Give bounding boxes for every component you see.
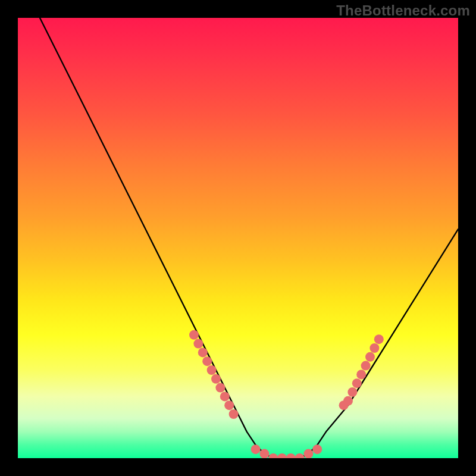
marker-dot	[211, 374, 221, 384]
bottom-marker-band-group	[251, 444, 322, 458]
marker-dot	[352, 378, 362, 388]
marker-dot	[356, 369, 366, 379]
marker-dot	[202, 356, 212, 366]
marker-dot	[365, 352, 375, 362]
marker-dot	[369, 343, 379, 353]
marker-dot	[259, 449, 269, 458]
marker-dot	[312, 444, 322, 454]
marker-dot	[193, 339, 203, 349]
plot-area	[18, 18, 458, 458]
marker-dot	[224, 400, 234, 410]
marker-dot	[286, 453, 296, 458]
marker-dot	[207, 365, 217, 375]
marker-dot	[268, 453, 278, 458]
marker-dot	[295, 453, 305, 458]
watermark-text: TheBottleneck.com	[336, 2, 470, 19]
chart-svg	[18, 18, 458, 458]
marker-dot	[277, 453, 287, 458]
marker-dot	[229, 409, 239, 419]
marker-dot	[198, 347, 208, 357]
curve-layer	[40, 18, 458, 458]
chart-stage: TheBottleneck.com	[0, 0, 476, 476]
marker-dot	[347, 387, 357, 397]
marker-dot	[303, 449, 313, 458]
marker-dot	[215, 383, 225, 393]
marker-dot	[374, 334, 384, 344]
marker-dot	[361, 361, 371, 371]
right-marker-band-group	[339, 334, 384, 410]
marker-dot	[251, 444, 261, 454]
left-marker-band-group	[189, 330, 239, 419]
marker-dot	[343, 396, 353, 406]
bottleneck-curve-path	[40, 18, 458, 458]
marker-dot	[220, 392, 230, 401]
marker-dot	[189, 330, 199, 340]
